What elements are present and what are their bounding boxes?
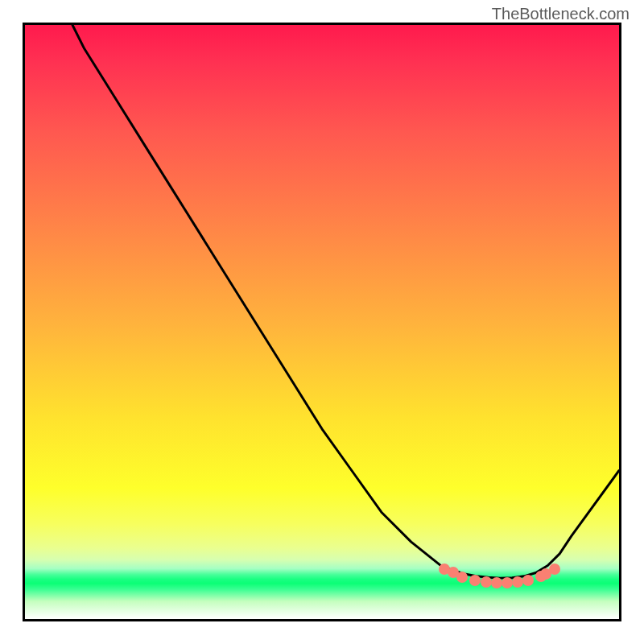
data-marker — [549, 564, 560, 575]
data-marker — [481, 576, 492, 588]
chart-svg — [25, 25, 619, 619]
data-marker — [512, 576, 523, 588]
plot-area — [23, 23, 621, 621]
curve-line — [72, 25, 619, 578]
data-marker — [469, 575, 481, 586]
data-marker — [522, 575, 534, 586]
watermark-text: TheBottleneck.com — [492, 5, 630, 23]
data-marker — [456, 572, 468, 583]
